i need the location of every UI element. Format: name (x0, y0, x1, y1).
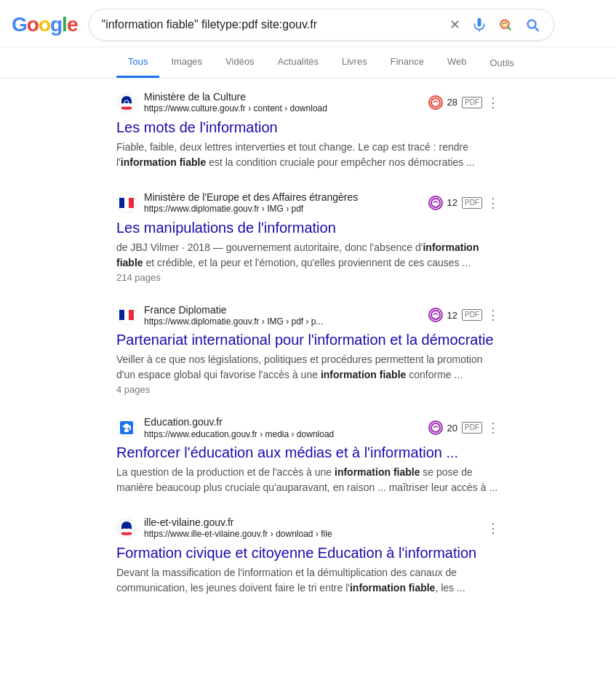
clear-button[interactable]: ✕ (448, 15, 462, 34)
source-url: https://www.ille-et-vilaine.gouv.fr › do… (144, 529, 479, 540)
source-info: Ministère de l'Europe et des Affaires ét… (144, 191, 421, 215)
result-title[interactable]: Formation civique et citoyenne Education… (116, 543, 500, 562)
favicon (116, 305, 137, 325)
flag-icon (119, 198, 134, 208)
result-title[interactable]: Partenariat international pour l'informa… (116, 330, 500, 349)
result-meta: Ministère de l'Europe et des Affaires ét… (116, 191, 500, 215)
more-options-icon[interactable]: ⋮ (487, 520, 500, 536)
svg-point-6 (431, 311, 440, 319)
score-number: 28 (447, 97, 457, 108)
source-info: ille-et-vilaine.gouv.fr https://www.ille… (144, 516, 479, 540)
result-pages: 214 pages (116, 272, 500, 283)
source-info: France Diplomatie https://www.diplomatie… (144, 303, 421, 328)
logo-letter-l: l (62, 13, 67, 36)
pdf-badge: PDF (462, 309, 482, 321)
result-meta: Education.gouv.fr https://www.education.… (116, 415, 500, 440)
result-pages: 4 pages (116, 384, 500, 395)
favicon (116, 418, 137, 438)
score-number: 12 (447, 197, 457, 208)
logo-letter-g: G (12, 13, 27, 36)
svg-rect-9 (129, 426, 131, 430)
google-logo: Google (12, 13, 77, 36)
score-area: 12 PDF ⋮ (428, 195, 500, 211)
outils-button[interactable]: Outils (478, 49, 525, 77)
culture-icon (118, 94, 135, 111)
search-bar: ✕ (89, 9, 554, 41)
result-snippet: Veiller à ce que nos législations, polit… (116, 352, 500, 383)
result-snippet: Devant la massification de l'information… (116, 565, 500, 596)
pdf-badge: PDF (462, 97, 482, 108)
tab-videos[interactable]: Vidéos (214, 47, 266, 78)
more-options-icon[interactable]: ⋮ (487, 195, 500, 211)
score-number: 12 (447, 310, 457, 321)
search-input[interactable] (101, 18, 448, 31)
result-title[interactable]: Renforcer l'éducation aux médias et à l'… (116, 443, 500, 462)
source-url: https://www.education.gouv.fr › media › … (144, 429, 421, 441)
result-snippet: La question de la production et de l'acc… (116, 465, 500, 495)
source-name: ille-et-vilaine.gouv.fr (144, 516, 479, 529)
result-item: ille-et-vilaine.gouv.fr https://www.ille… (116, 516, 500, 596)
score-area: 28 PDF ⋮ (428, 95, 500, 111)
search-icon (524, 17, 540, 33)
more-options-icon[interactable]: ⋮ (487, 420, 500, 436)
score-area: ⋮ (487, 520, 500, 536)
source-name: France Diplomatie (144, 303, 421, 316)
ille-vilaine-icon (118, 519, 135, 537)
svg-point-5 (431, 199, 440, 207)
score-number: 20 (447, 423, 457, 434)
source-name: Education.gouv.fr (144, 415, 421, 428)
pdf-badge: PDF (462, 197, 482, 209)
flag-icon (119, 310, 134, 320)
score-circle (428, 95, 443, 110)
source-info: Ministère de la Culture https://www.cult… (144, 90, 421, 115)
tab-images[interactable]: Images (159, 47, 214, 78)
header: Google ✕ (0, 0, 616, 47)
favicon (116, 193, 137, 213)
score-area: 20 PDF ⋮ (428, 420, 500, 436)
more-options-icon[interactable]: ⋮ (487, 95, 500, 111)
source-info: Education.gouv.fr https://www.education.… (144, 415, 421, 440)
logo-letter-o2: o (39, 13, 50, 36)
lens-icon (498, 17, 513, 32)
result-title[interactable]: Les manipulations de l'information (116, 218, 500, 237)
score-circle (428, 420, 443, 435)
source-name: Ministère de la Culture (144, 90, 421, 103)
results-container: Ministère de la Culture https://www.cult… (0, 79, 616, 628)
visual-search-button[interactable] (497, 16, 514, 33)
svg-rect-8 (124, 429, 129, 432)
tab-web[interactable]: Web (436, 47, 479, 78)
result-item: Ministère de la Culture https://www.cult… (116, 90, 500, 170)
tab-actualites[interactable]: Actualités (266, 47, 330, 78)
search-button[interactable] (523, 15, 542, 34)
favicon (116, 92, 137, 113)
score-circle (428, 308, 443, 322)
logo-letter-e: e (67, 13, 78, 36)
score-circle (428, 196, 443, 210)
more-options-icon[interactable]: ⋮ (487, 307, 500, 323)
result-title[interactable]: Les mots de l'information (116, 118, 500, 137)
logo-letter-g2: g (50, 13, 62, 36)
svg-point-4 (431, 98, 440, 107)
mic-icon (472, 17, 487, 32)
result-snippet: de JBJ Vilmer · 2018 — gouvernement auto… (116, 240, 500, 271)
pdf-badge: PDF (462, 422, 482, 434)
tab-tous[interactable]: Tous (116, 47, 159, 78)
tab-finance[interactable]: Finance (379, 47, 436, 78)
result-item: Ministère de l'Europe et des Affaires ét… (116, 191, 500, 283)
source-name: Ministère de l'Europe et des Affaires ét… (144, 191, 421, 204)
source-url: https://www.diplomatie.gouv.fr › IMG › p… (144, 316, 421, 328)
result-meta: ille-et-vilaine.gouv.fr https://www.ille… (116, 516, 500, 540)
result-meta: Ministère de la Culture https://www.cult… (116, 90, 500, 115)
result-meta: France Diplomatie https://www.diplomatie… (116, 303, 500, 328)
tab-livres[interactable]: Livres (330, 47, 379, 78)
education-icon (119, 420, 135, 436)
score-area: 12 PDF ⋮ (428, 307, 500, 323)
voice-search-button[interactable] (471, 16, 488, 33)
result-item: Education.gouv.fr https://www.education.… (116, 415, 500, 495)
source-url: https://www.diplomatie.gouv.fr › IMG › p… (144, 204, 421, 215)
logo-letter-o1: o (27, 13, 39, 36)
result-item: France Diplomatie https://www.diplomatie… (116, 303, 500, 396)
search-icons: ✕ (448, 15, 542, 34)
favicon (116, 518, 137, 538)
nav-tabs: Tous Images Vidéos Actualités Livres Fin… (0, 47, 616, 79)
